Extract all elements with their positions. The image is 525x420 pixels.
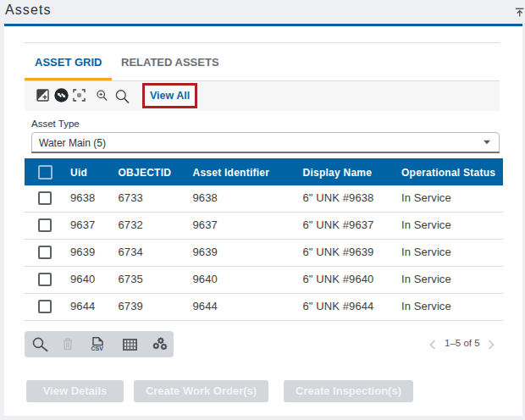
- svg-text:CSV: CSV: [91, 345, 104, 351]
